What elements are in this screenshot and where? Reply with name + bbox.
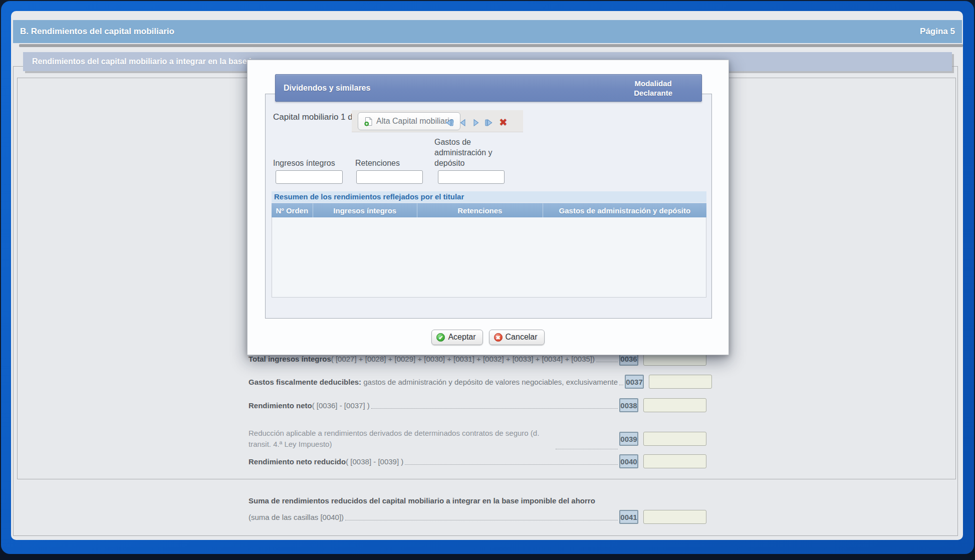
new-document-icon [364, 117, 373, 126]
form-row-0041: Suma de rendimientos reducidos del capit… [249, 496, 706, 524]
casilla-0038[interactable]: 0038 [619, 398, 638, 412]
casilla-0039-field[interactable] [643, 432, 706, 446]
form-row-0037: Gastos fiscalmente deducibles: gastos de… [249, 375, 706, 389]
row-0041-label-bold: Suma de rendimientos reducidos del capit… [249, 496, 706, 506]
row-0040-label: Rendimiento neto reducido( [0038] - [003… [249, 457, 403, 466]
field-label-gastos: Gastos de administración y depósito [434, 137, 515, 168]
dialog-actions: ✔ Aceptar ✖ Cancelar [248, 329, 728, 345]
row-0037-label-rest: gastos de administración y depósito de v… [361, 378, 618, 386]
casilla-0037[interactable]: 0037 [625, 375, 644, 389]
row-0040-label-bold: Rendimiento neto reducido [249, 457, 346, 466]
column-header-gastos: Gastos de administración y depósito [543, 203, 706, 217]
column-header-retenciones: Retenciones [417, 203, 543, 217]
section-header: B. Rendimientos del capital mobiliario P… [13, 20, 962, 43]
gastos-administracion-input[interactable] [438, 170, 505, 184]
delete-record-icon[interactable]: ✖ [499, 116, 508, 128]
form-row-0039: Reducción aplicable a rendimientos deriv… [249, 425, 706, 453]
row-0037-label: Gastos fiscalmente deducibles: gastos de… [249, 378, 618, 386]
casilla-0040-field[interactable] [643, 454, 706, 468]
accept-button[interactable]: ✔ Aceptar [431, 330, 482, 345]
row-0038-label-bold: Rendimiento neto [249, 401, 312, 410]
first-record-icon[interactable] [445, 118, 454, 127]
casilla-0041[interactable]: 0041 [619, 510, 638, 524]
casilla-0037-field[interactable] [649, 375, 712, 389]
row-0036-label-formula: ( [0027] + [0028] + [0029] + [0030] + [0… [331, 355, 595, 363]
summary-title: Resumen de los rendimientos reflejados p… [272, 191, 706, 202]
dotted-leader [405, 464, 618, 465]
dotted-leader [345, 520, 618, 520]
column-header-orden: Nº Orden [272, 203, 313, 217]
casilla-0040[interactable]: 0040 [619, 454, 638, 468]
dotted-leader [619, 385, 623, 385]
row-0038-label: Rendimiento neto( [0036] - [0037] ) [249, 401, 370, 410]
cancel-button[interactable]: ✖ Cancelar [489, 330, 545, 345]
last-record-icon[interactable] [484, 118, 494, 127]
casilla-0041-field[interactable] [643, 510, 706, 524]
casilla-0039[interactable]: 0039 [619, 432, 638, 446]
cancel-x-icon: ✖ [494, 333, 503, 342]
row-0036-label-bold: Total ingresos íntegros [249, 355, 331, 363]
page-indicator: Página 5 [920, 27, 955, 37]
field-label-ingresos: Ingresos íntegros [273, 158, 335, 168]
summary-table-header: Nº Orden Ingresos íntegros Retenciones G… [272, 203, 706, 217]
previous-record-icon[interactable] [458, 118, 467, 127]
row-0041-line2: (suma de las casillas [0040]) 0041 [249, 510, 706, 524]
dotted-leader [596, 362, 618, 362]
modality-line2: Declarante [634, 89, 672, 97]
dotted-leader [556, 449, 618, 449]
section-title: B. Rendimientos del capital mobiliario [20, 27, 174, 37]
row-0039-label: Reducción aplicable a rendimientos deriv… [249, 428, 554, 450]
row-0041-label-rest: (suma de las casillas [0040]) [249, 513, 344, 521]
row-0038-label-formula: ( [0036] - [0037] ) [312, 401, 370, 410]
modality-line1: Modalidad [635, 79, 672, 88]
ingresos-integros-input[interactable] [276, 170, 343, 184]
column-header-ingresos: Ingresos íntegros [313, 203, 417, 217]
section-header-shadow [19, 44, 963, 47]
next-record-icon[interactable] [471, 118, 480, 127]
form-row-0040: Rendimiento neto reducido( [0038] - [003… [249, 454, 706, 468]
retenciones-input[interactable] [356, 170, 423, 184]
field-label-retenciones: Retenciones [355, 158, 400, 168]
row-0040-label-formula: ( [0038] - [0039] ) [346, 457, 403, 466]
alta-button-label: Alta Capital mobiliario [376, 117, 454, 126]
dialog-title: Dividendos y similares [276, 84, 370, 93]
record-counter: Capital mobiliario 1 de 1 [273, 112, 364, 122]
row-0036-label: Total ingresos íntegros( [0027] + [0028]… [249, 355, 595, 363]
dotted-leader [371, 408, 618, 409]
dialog-header: Dividendos y similares Modalidad Declara… [275, 74, 702, 102]
dialog-content-panel: Capital mobiliario 1 de 1 Alta Capital m… [265, 94, 712, 319]
casilla-0038-field[interactable] [643, 398, 706, 412]
form-row-0038: Rendimiento neto( [0036] - [0037] ) 0038 [249, 398, 706, 412]
cancel-button-label: Cancelar [506, 333, 538, 342]
dividends-dialog: Capital mobiliario 1 de 1 Alta Capital m… [247, 60, 729, 355]
row-0037-label-bold: Gastos fiscalmente deducibles: [249, 378, 361, 386]
check-icon: ✔ [436, 333, 445, 342]
summary-table-body [272, 217, 706, 298]
modality-indicator: Modalidad Declarante [634, 79, 701, 98]
accept-button-label: Aceptar [448, 333, 475, 342]
